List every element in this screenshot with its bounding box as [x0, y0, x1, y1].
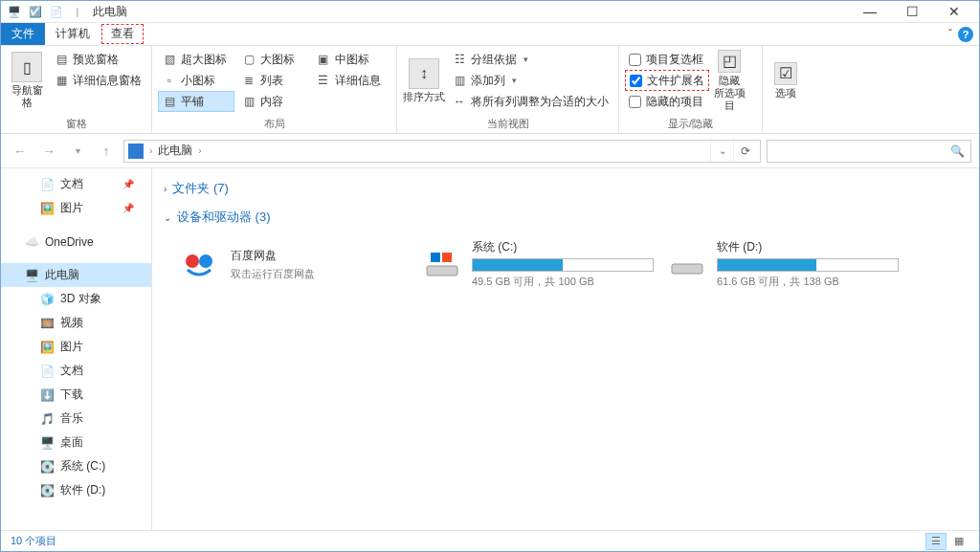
window-controls: — ☐ ✕	[849, 1, 975, 23]
sidebar-item-desktop[interactable]: 🖥️桌面	[1, 431, 151, 454]
up-button[interactable]: ↑	[95, 140, 118, 163]
details-pane-button[interactable]: ▦详细信息窗格	[50, 70, 145, 91]
sidebar-item-3dobjects[interactable]: 🧊3D 对象	[1, 287, 151, 311]
sidebar-item-drive-c[interactable]: 💽系统 (C:)	[1, 454, 151, 478]
svg-rect-4	[442, 253, 452, 262]
pin-icon: 📌	[122, 179, 134, 189]
sortby-icon: ↕	[409, 58, 439, 89]
maximize-button[interactable]: ☐	[891, 1, 933, 23]
ribbon-group-panes: ▯ 导航窗格 ▤预览窗格 ▦详细信息窗格 窗格	[1, 46, 152, 133]
quick-access-toolbar: 🖥️ ☑️ 📄 |	[5, 2, 87, 21]
nav-pane-button[interactable]: ▯ 导航窗格	[7, 49, 47, 112]
layout-list[interactable]: ≣列表	[237, 70, 308, 91]
sidebar-item-documents[interactable]: 📄文档📌	[1, 172, 151, 196]
titlebar: 🖥️ ☑️ 📄 | 此电脑 — ☐ ✕	[1, 1, 979, 23]
address-dropdown-button[interactable]: ⌄	[710, 141, 733, 162]
close-button[interactable]: ✕	[933, 1, 975, 23]
address-segment[interactable]: 此电脑	[158, 143, 192, 159]
nav-pane-label: 导航窗格	[7, 84, 47, 109]
layout-small[interactable]: ▫小图标	[158, 70, 234, 91]
ribbon-collapse-icon[interactable]: ˇ	[948, 28, 952, 41]
layout-extralarge[interactable]: ▧超大图标	[158, 49, 234, 70]
ribbon-group-layout: ▧超大图标 ▫小图标 ▤平铺 ▢大图标 ≣列表 ▥内容 ▣中图标 ☰详细信息 布…	[152, 46, 397, 133]
tiles-icon: ▤	[162, 94, 177, 109]
sidebar: 📄文档📌 🖼️图片📌 ☁️OneDrive 🖥️此电脑 🧊3D 对象 🎞️视频 …	[1, 168, 152, 530]
layout-details[interactable]: ☰详细信息	[312, 70, 390, 91]
item-count: 10 个项目	[11, 534, 56, 548]
menu-computer[interactable]: 计算机	[45, 23, 100, 45]
chevron-down-icon: ⌄	[164, 212, 171, 223]
svg-rect-3	[431, 253, 440, 262]
onedrive-icon: ☁️	[24, 234, 39, 250]
drive-tile-baidu[interactable]: 百度网盘 双击运行百度网盘	[175, 237, 411, 291]
drive-d-usage-bar	[717, 258, 899, 272]
layout-large[interactable]: ▢大图标	[237, 49, 308, 70]
pc-icon	[128, 144, 144, 159]
download-icon: ⬇️	[39, 387, 55, 403]
ribbon: ▯ 导航窗格 ▤预览窗格 ▦详细信息窗格 窗格 ▧超大图标 ▫小图标 ▤平铺 ▢…	[1, 46, 979, 134]
drive-c-icon	[422, 242, 462, 286]
addcolumns-icon: ▥	[452, 73, 467, 88]
preview-pane-button[interactable]: ▤预览窗格	[50, 49, 145, 70]
sidebar-item-thispc[interactable]: 🖥️此电脑	[1, 263, 151, 287]
chevron-right-icon: ›	[164, 184, 167, 194]
checkbox-hidden-items[interactable]: 隐藏的项目	[625, 91, 709, 112]
ribbon-group-showhide: 项目复选框 文件扩展名 隐藏的项目 ◰ 隐藏 所选项目 显示/隐藏	[619, 46, 763, 133]
medium-icon: ▣	[316, 52, 331, 67]
help-icon[interactable]: ?	[958, 27, 973, 42]
ribbon-group-currentview-label: 当前视图	[403, 115, 612, 133]
checkbox-item-checkboxes[interactable]: 项目复选框	[625, 49, 709, 70]
view-details-button[interactable]: ☰	[925, 533, 947, 550]
sidebar-item-downloads[interactable]: ⬇️下载	[1, 383, 151, 407]
sidebar-item-onedrive[interactable]: ☁️OneDrive	[1, 230, 151, 254]
chevron-right-icon[interactable]: ›	[149, 145, 152, 156]
checkbox-file-extensions[interactable]: 文件扩展名	[625, 70, 709, 91]
address-bar[interactable]: › 此电脑 › ⌄ ⟳	[123, 140, 761, 163]
sidebar-item-pictures[interactable]: 🖼️图片📌	[1, 196, 151, 220]
minimize-button[interactable]: —	[849, 1, 891, 23]
menu-view[interactable]: 查看	[101, 24, 144, 44]
view-tiles-button[interactable]: ▦	[948, 533, 969, 550]
sidebar-item-drive-d[interactable]: 💽软件 (D:)	[1, 478, 151, 502]
search-icon: 🔍	[950, 144, 965, 158]
3d-icon: 🧊	[39, 292, 55, 307]
qat-new-icon[interactable]: 📄	[47, 2, 66, 21]
ribbon-group-layout-label: 布局	[158, 115, 390, 133]
forward-button[interactable]: →	[37, 140, 60, 163]
groupby-button[interactable]: ☷分组依据▾	[448, 49, 612, 70]
drive-tile-c[interactable]: 系统 (C:) 49.5 GB 可用，共 100 GB	[420, 237, 656, 291]
qat-properties-icon[interactable]: ☑️	[26, 2, 45, 21]
sidebar-item-documents2[interactable]: 📄文档	[1, 359, 151, 383]
hide-selected-button[interactable]: ◰ 隐藏 所选项目	[712, 49, 746, 112]
sortby-button[interactable]: ↕ 排序方式	[403, 49, 445, 112]
desktop-icon: 🖥️	[39, 435, 55, 451]
chevron-right-icon[interactable]: ›	[198, 145, 201, 156]
menu-file[interactable]: 文件	[1, 23, 45, 45]
recent-locations-button[interactable]: ▾	[66, 140, 89, 163]
extralarge-icon: ▧	[162, 52, 177, 67]
address-bar-row: ← → ▾ ↑ › 此电脑 › ⌄ ⟳ 🔍	[1, 134, 979, 168]
sizeall-button[interactable]: ↔将所有列调整为合适的大小	[448, 91, 612, 112]
group-drives-header[interactable]: ⌄ 设备和驱动器 (3)	[160, 203, 971, 232]
group-folders-header[interactable]: › 文件夹 (7)	[160, 174, 971, 203]
sidebar-item-music[interactable]: 🎵音乐	[1, 407, 151, 431]
refresh-button[interactable]: ⟳	[733, 141, 756, 162]
svg-point-1	[199, 254, 212, 268]
back-button[interactable]: ←	[9, 140, 32, 163]
layout-medium[interactable]: ▣中图标	[312, 49, 390, 70]
document-icon: 📄	[39, 177, 55, 192]
svg-rect-6	[672, 264, 702, 274]
groupby-icon: ☷	[452, 52, 467, 67]
document-icon: 📄	[39, 364, 55, 379]
layout-content[interactable]: ▥内容	[237, 91, 308, 112]
group-drives-label: 设备和驱动器 (3)	[177, 209, 271, 226]
video-icon: 🎞️	[39, 316, 55, 331]
options-button[interactable]: ☑ 选项	[768, 49, 803, 112]
drive-tile-d[interactable]: 软件 (D:) 61.6 GB 可用，共 138 GB	[665, 237, 901, 291]
sidebar-item-pictures2[interactable]: 🖼️图片	[1, 335, 151, 359]
ribbon-group-currentview: ↕ 排序方式 ☷分组依据▾ ▥添加列▾ ↔将所有列调整为合适的大小 当前视图	[397, 46, 619, 133]
search-box[interactable]: 🔍	[767, 140, 971, 163]
layout-tiles[interactable]: ▤平铺	[158, 91, 234, 112]
addcolumns-button[interactable]: ▥添加列▾	[448, 70, 612, 91]
sidebar-item-videos[interactable]: 🎞️视频	[1, 311, 151, 335]
